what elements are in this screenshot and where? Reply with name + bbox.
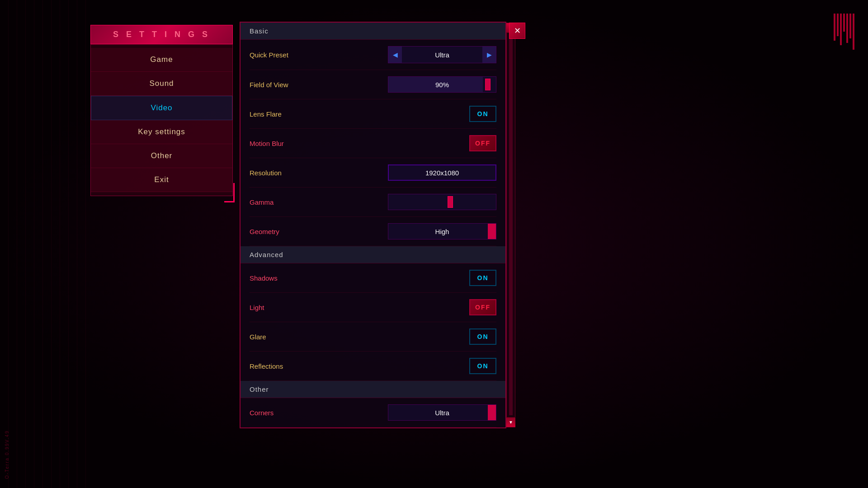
- label-light: Light: [250, 304, 304, 311]
- deco-bar-4: [843, 14, 845, 32]
- sidebar-body: Game Sound Video Key settings Other Exit: [90, 44, 233, 196]
- section-header-advanced: Advanced: [241, 246, 505, 263]
- label-geometry: Geometry: [250, 228, 304, 235]
- setting-row-motion-blur: Motion Blur OFF: [250, 129, 496, 158]
- setting-row-glare: Glare ON: [250, 322, 496, 352]
- label-gamma: Gamma: [250, 198, 304, 206]
- value-field-of-view: 90%: [388, 77, 496, 92]
- control-motion-blur-container: OFF: [469, 135, 496, 151]
- background-lines: [0, 0, 90, 488]
- label-corners: Corners: [250, 409, 304, 417]
- control-corners[interactable]: Ultra: [388, 404, 496, 421]
- sidebar-item-game[interactable]: Game: [91, 48, 232, 72]
- main-panel: ✕ ▲ ▼ Basic Quick Preset ◀ Ultra ▶ Field…: [240, 22, 506, 428]
- control-resolution[interactable]: 868x488: [388, 164, 496, 181]
- control-field-of-view[interactable]: 90%: [388, 76, 496, 93]
- label-field-of-view: Field of View: [250, 81, 304, 89]
- version-text: O-Terra 0.99V.49: [5, 430, 9, 479]
- geometry-thumb: [488, 224, 496, 239]
- control-quick-preset[interactable]: ◀ Ultra ▶: [388, 46, 496, 63]
- toggle-motion-blur[interactable]: OFF: [469, 135, 496, 151]
- setting-row-corners: Corners Ultra: [250, 398, 496, 427]
- scroll-bar[interactable]: [509, 35, 513, 415]
- control-gamma[interactable]: [388, 194, 496, 210]
- section-header-basic: Basic: [241, 23, 505, 40]
- control-shadows-container: ON: [469, 270, 496, 286]
- deco-bar-5: [846, 14, 848, 43]
- scroll-down-button[interactable]: ▼: [506, 417, 515, 427]
- deco-bar-6: [849, 14, 851, 38]
- other-settings: Corners Ultra: [241, 398, 505, 427]
- setting-row-shadows: Shadows ON: [250, 263, 496, 293]
- control-reflections-container: ON: [469, 358, 496, 374]
- sidebar-item-key-settings[interactable]: Key settings: [91, 120, 232, 144]
- deco-bar-7: [853, 14, 854, 50]
- control-geometry[interactable]: High: [388, 223, 496, 239]
- setting-row-geometry: Geometry High: [250, 217, 496, 246]
- setting-row-gamma: Gamma: [250, 188, 496, 217]
- section-header-other: Other: [241, 381, 505, 398]
- label-resolution: Resolution: [250, 169, 304, 177]
- sidebar-title: S e t t i n g s: [90, 25, 233, 44]
- corners-thumb: [488, 405, 496, 420]
- advanced-settings: Shadows ON Light OFF Glare ON Reflection…: [241, 263, 505, 381]
- control-light-container: OFF: [469, 299, 496, 315]
- sidebar-item-exit[interactable]: Exit: [91, 168, 232, 192]
- value-geometry: High: [435, 228, 449, 235]
- setting-row-lens-flare: Lens Flare ON: [250, 99, 496, 129]
- deco-bar-1: [834, 14, 835, 41]
- deco-bar-2: [837, 14, 839, 36]
- toggle-glare[interactable]: ON: [469, 328, 496, 345]
- control-lens-flare-container: ON: [469, 106, 496, 122]
- top-right-decoration: [834, 14, 854, 50]
- label-reflections: Reflections: [250, 362, 304, 370]
- setting-row-reflections: Reflections ON: [250, 352, 496, 381]
- label-quick-preset: Quick Preset: [250, 51, 304, 59]
- value-quick-preset: Ultra: [402, 47, 482, 62]
- toggle-lens-flare[interactable]: ON: [469, 106, 496, 122]
- deco-bar-3: [840, 14, 842, 45]
- basic-settings: Quick Preset ◀ Ultra ▶ Field of View 90%…: [241, 40, 505, 246]
- gamma-thumb: [448, 196, 453, 208]
- arrow-left-quick-preset[interactable]: ◀: [388, 47, 402, 63]
- value-resolution: 868x488: [425, 169, 459, 177]
- label-shadows: Shadows: [250, 274, 304, 282]
- label-lens-flare: Lens Flare: [250, 110, 304, 118]
- control-glare-container: ON: [469, 328, 496, 345]
- label-motion-blur: Motion Blur: [250, 140, 304, 147]
- scroll-track: ▲ ▼: [506, 23, 515, 427]
- settings-sidebar: S e t t i n g s Game Sound Video Key set…: [90, 25, 233, 196]
- close-button[interactable]: ✕: [509, 23, 525, 39]
- arrow-right-quick-preset[interactable]: ▶: [482, 47, 496, 63]
- toggle-light[interactable]: OFF: [469, 299, 496, 315]
- sidebar-item-other[interactable]: Other: [91, 144, 232, 168]
- value-corners: Ultra: [435, 409, 449, 417]
- setting-row-field-of-view: Field of View 90%: [250, 70, 496, 99]
- label-glare: Glare: [250, 333, 304, 341]
- toggle-reflections[interactable]: ON: [469, 358, 496, 374]
- setting-row-resolution: Resolution 868x488: [250, 158, 496, 188]
- sidebar-item-sound[interactable]: Sound: [91, 72, 232, 96]
- setting-row-light: Light OFF: [250, 293, 496, 322]
- sidebar-item-video[interactable]: Video: [91, 96, 232, 120]
- toggle-shadows[interactable]: ON: [469, 270, 496, 286]
- setting-row-quick-preset: Quick Preset ◀ Ultra ▶: [250, 40, 496, 70]
